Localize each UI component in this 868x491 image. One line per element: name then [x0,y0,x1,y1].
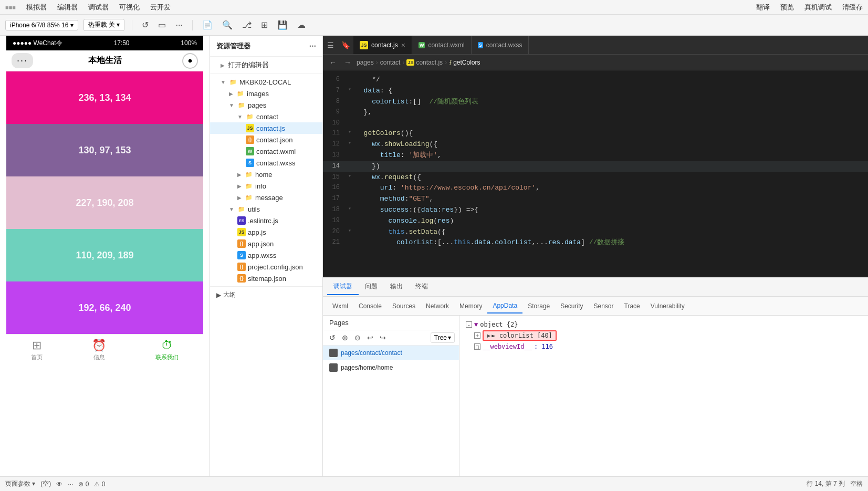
obj-webview-expand[interactable]: □ [474,343,480,350]
breadcrumb-pages[interactable]: pages [357,59,374,66]
search-button[interactable]: 🔍 [220,18,235,32]
nav-back-button[interactable]: ← [327,57,339,68]
file-tree-root: ▼ 📁 MKBK02-LOCAL ▶ 📁 images ▼ 📁 pages ▼ … [210,74,322,287]
eslint-file-icon: ES [237,216,246,225]
new-file-button[interactable]: 📄 [200,18,215,32]
phone-tab-info[interactable]: ⏰ 信息 [92,339,106,361]
tab-contact-js[interactable]: JS contact.js × [353,36,412,54]
menu-real-device[interactable]: 真机调试 [804,3,832,12]
devtools-inner-tab-memory[interactable]: Memory [454,299,487,313]
menu-cloud[interactable]: 云开发 [150,3,171,12]
folder-utils[interactable]: ▼ 📁 utils [210,203,322,215]
menu-preview[interactable]: 预览 [780,3,794,12]
folder-images[interactable]: ▶ 📁 images [210,88,322,99]
breadcrumb-file[interactable]: contact.js [416,59,443,66]
open-editors-toggle[interactable]: ▶ 打开的编辑器 [210,59,322,71]
file-contact-wxml[interactable]: W contact.wxml [210,145,322,157]
upload-button[interactable]: ☁ [295,18,308,32]
obj-root-expand[interactable]: - [466,321,472,328]
obj-colorlist-expand[interactable]: + [474,332,480,339]
tab-contact-wxml[interactable]: W contact.wxml [412,36,472,54]
app-wxss-icon: S [237,251,246,259]
file-contact-json[interactable]: {} contact.json [210,134,322,145]
file-sitemap[interactable]: {} sitemap.json [210,273,322,284]
phone-tab-home[interactable]: ⊞ 首页 [31,339,43,361]
save-button[interactable]: 💾 [275,18,290,32]
menu-translate[interactable]: 翻译 [756,3,770,12]
sidebar-toggle-button[interactable]: ☰ [323,36,338,54]
expand-all-button[interactable]: ⊕ [340,332,350,343]
root-folder-arrow: ▼ [221,79,226,85]
phone-tab-contact[interactable]: ⏱ 联系我们 [155,339,179,361]
tab-close-button[interactable]: × [401,41,405,49]
file-project-config[interactable]: {} project.config.json [210,261,322,273]
file-tree-more-button[interactable]: ··· [309,41,316,51]
color-card: 192, 66, 240 [6,281,203,334]
collapse-all-button[interactable]: ⊖ [352,332,363,343]
hot-reload-button[interactable]: 热重载 关 ▾ [83,19,125,31]
menu-debugger[interactable]: 调试器 [88,3,109,12]
code-editor[interactable]: 6 */ 7 ▾ data: { 8 colorList:[] //随机颜色列表… [323,70,868,277]
message-arrow: ▶ [237,195,242,201]
devtools-tab-debugger[interactable]: 调试器 [327,279,359,295]
code-line-14: 14 }) [323,161,868,172]
obj-root-label: ▼ [474,321,478,328]
tab-contact-wxss[interactable]: S contact.wxss [472,36,529,54]
file-app-js[interactable]: JS app.js [210,226,322,238]
page-params[interactable]: 页面参数 ▾ [5,479,35,488]
source-control-button[interactable]: ⎇ [240,18,254,32]
folder-pages[interactable]: ▼ 📁 pages [210,99,322,111]
devtools-inner-tab-sensor[interactable]: Sensor [589,299,619,313]
menu-simulator[interactable]: 模拟器 [26,3,47,12]
code-line-15: 15 ▾ wx.request({ [323,172,868,183]
breadcrumb-contact[interactable]: contact [380,59,401,66]
devtools-inner-tab-wxml[interactable]: Wxml [327,299,353,313]
file-eslintrc[interactable]: ES .eslintrc.js [210,215,322,226]
devtools-inner-tab-security[interactable]: Security [555,299,588,313]
empty-value: (空) [40,479,51,488]
file-app-json[interactable]: {} app.json [210,238,322,249]
devtools-inner-tab-sources[interactable]: Sources [387,299,421,313]
layout-button[interactable]: ⊞ [259,18,270,32]
outline-toggle[interactable]: ▶ 大纲 [216,290,316,299]
undo-button[interactable]: ↩ [365,332,375,343]
devtools-inner-tab-appdata[interactable]: AppData [487,299,522,314]
devtools-inner-tab-network[interactable]: Network [421,299,454,313]
devtools-inner-tab-storage[interactable]: Storage [522,299,555,313]
menu-visual[interactable]: 可视化 [119,3,140,12]
file-app-wxss[interactable]: S app.wxss [210,249,322,261]
devtools-inner-tab-trace[interactable]: Trace [619,299,645,313]
folder-utils-icon: 📁 [237,205,246,213]
folder-home[interactable]: ▶ 📁 home [210,169,322,180]
file-tree-panel: 资源管理器 ··· ▶ 打开的编辑器 ▼ 📁 MKBK02-LOCAL ▶ 📁 … [210,36,323,476]
menu-editor[interactable]: 编辑器 [57,3,78,12]
menu-clear-cache[interactable]: 清缓存 [842,3,863,12]
devtools-tab-terminal[interactable]: 终端 [409,279,434,295]
file-contact-wxss[interactable]: S contact.wxss [210,157,322,169]
device-toggle-button[interactable]: ▭ [156,18,168,32]
refresh-data-button[interactable]: ↺ [327,332,338,343]
redo-button[interactable]: ↪ [378,332,388,343]
devtools-tab-output[interactable]: 输出 [384,279,409,295]
info-arrow: ▶ [237,183,242,189]
devtools-tab-issues[interactable]: 问题 [359,279,384,295]
more-button[interactable]: ··· [173,18,184,32]
page-item-home[interactable]: pages/home/home [323,360,459,375]
more-status[interactable]: ··· [68,480,73,488]
root-folder-item[interactable]: ▼ 📁 MKBK02-LOCAL [210,76,322,88]
bookmark-button[interactable]: 🔖 [338,36,353,54]
devtools-outer-tabs: 调试器 问题 输出 终端 [323,278,868,297]
phone-nav-record[interactable]: ⏺ [182,53,198,69]
folder-contact[interactable]: ▼ 📁 contact [210,111,322,122]
devtools-inner-tab-vulnerability[interactable]: Vulnerability [645,299,690,313]
folder-info[interactable]: ▶ 📁 info [210,180,322,192]
folder-message[interactable]: ▶ 📁 message [210,192,322,203]
nav-forward-button[interactable]: → [342,57,353,68]
devtools-inner-tab-console[interactable]: Console [353,299,387,313]
tree-dropdown[interactable]: Tree ▾ [431,332,455,343]
phone-nav-dots[interactable]: ··· [12,53,33,68]
device-selector[interactable]: iPhone 6/7/8 85% 16 ▾ [5,20,78,30]
refresh-button[interactable]: ↺ [140,18,151,32]
file-contact-js[interactable]: JS contact.js [210,122,322,134]
page-item-contact[interactable]: pages/contact/contact [323,346,459,360]
